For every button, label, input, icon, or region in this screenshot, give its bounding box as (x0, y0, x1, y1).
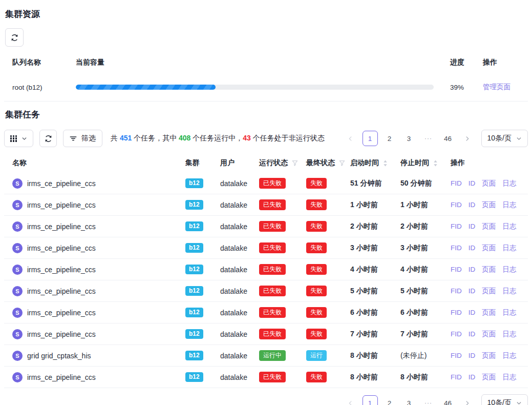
table-row: S irms_ce_pipeline_ccs b12 datalake 已失败 … (4, 367, 528, 388)
action-link-fid[interactable]: FID (451, 309, 462, 316)
col-header-stop-time[interactable]: 停止时间 (392, 153, 442, 173)
action-link-fid[interactable]: FID (451, 287, 462, 295)
avatar: S (12, 178, 23, 189)
pagination-next[interactable] (460, 131, 475, 146)
page-size-select[interactable]: 10条/页 (481, 130, 528, 147)
action-link-id[interactable]: ID (469, 244, 476, 252)
action-link-fid[interactable]: FID (451, 201, 462, 209)
filter-funnel-icon[interactable] (292, 160, 298, 166)
row-actions: FIDID页面日志 (442, 280, 528, 302)
action-link-id[interactable]: ID (469, 201, 476, 209)
action-link-页面[interactable]: 页面 (482, 201, 496, 209)
pagination-prev[interactable] (343, 131, 358, 146)
manage-page-link[interactable]: 管理页面 (483, 83, 510, 91)
pagination-page-2[interactable]: 2 (382, 131, 397, 146)
cluster-badge: b12 (185, 265, 203, 274)
task-summary: 共 451 个任务，其中 408 个任务运行中，43 个任务处于非运行状态 (111, 134, 325, 143)
action-link-页面[interactable]: 页面 (482, 373, 496, 381)
action-link-页面[interactable]: 页面 (482, 244, 496, 252)
action-link-id[interactable]: ID (469, 222, 476, 230)
final-status-badge: 失败 (306, 372, 327, 382)
action-link-日志[interactable]: 日志 (502, 287, 516, 295)
stop-time: 50 分钟前 (392, 173, 442, 194)
row-actions: FIDID页面日志 (442, 345, 528, 367)
page-size-select[interactable]: 10条/页 (481, 394, 528, 405)
action-link-页面[interactable]: 页面 (482, 330, 496, 338)
start-time: 8 小时前 (342, 367, 392, 388)
table-row: S irms_ce_pipeline_ccs b12 datalake 已失败 … (4, 216, 528, 237)
action-link-页面[interactable]: 页面 (482, 352, 496, 359)
final-status-badge: 失败 (306, 329, 327, 339)
table-row: S irms_ce_pipeline_ccs b12 datalake 已失败 … (4, 237, 528, 259)
action-link-id[interactable]: ID (469, 309, 476, 316)
action-link-id[interactable]: ID (469, 287, 476, 295)
filter-button[interactable]: 筛选 (63, 130, 102, 147)
col-header-final-status[interactable]: 最终状态 (298, 153, 342, 173)
action-link-页面[interactable]: 页面 (482, 266, 496, 273)
pagination-ellipsis[interactable]: ··· (421, 395, 436, 405)
action-link-fid[interactable]: FID (451, 266, 462, 273)
action-link-日志[interactable]: 日志 (502, 222, 516, 230)
final-status-badge: 失败 (306, 242, 327, 253)
sorter-icon[interactable] (383, 159, 388, 167)
action-link-页面[interactable]: 页面 (482, 179, 496, 187)
pagination-page-2[interactable]: 2 (382, 395, 397, 405)
final-status-badge: 失败 (306, 286, 327, 296)
action-link-日志[interactable]: 日志 (502, 179, 516, 187)
pagination-page-3[interactable]: 3 (401, 131, 417, 146)
action-link-id[interactable]: ID (469, 179, 476, 187)
filter-funnel-icon[interactable] (339, 160, 345, 166)
action-link-id[interactable]: ID (469, 373, 476, 381)
col-header-start-time[interactable]: 启动时间 (342, 153, 392, 173)
refresh-resources-button[interactable] (5, 28, 24, 47)
refresh-tasks-button[interactable] (39, 130, 57, 147)
user-cell: datalake (212, 237, 251, 259)
pagination-prev[interactable] (343, 395, 358, 405)
action-link-日志[interactable]: 日志 (502, 373, 516, 381)
pagination-ellipsis[interactable]: ··· (421, 131, 436, 146)
cluster-badge: b12 (185, 221, 203, 231)
task-name: irms_ce_pipeline_ccs (27, 309, 96, 317)
sorter-icon[interactable] (433, 159, 438, 167)
capacity-progress-fill (76, 85, 216, 90)
pagination-page-46[interactable]: 46 (440, 395, 456, 405)
action-link-fid[interactable]: FID (451, 222, 462, 230)
action-link-页面[interactable]: 页面 (482, 287, 496, 295)
action-link-页面[interactable]: 页面 (482, 309, 496, 316)
pagination: 123···46 (343, 131, 475, 146)
action-link-fid[interactable]: FID (451, 352, 462, 359)
column-settings-button[interactable] (4, 130, 33, 147)
col-header-run-status[interactable]: 运行状态 (251, 153, 298, 173)
action-link-日志[interactable]: 日志 (502, 266, 516, 273)
pagination-page-1[interactable]: 1 (363, 395, 378, 405)
avatar: S (12, 308, 23, 318)
action-link-id[interactable]: ID (469, 330, 476, 338)
action-link-日志[interactable]: 日志 (502, 309, 516, 316)
pagination-page-46[interactable]: 46 (440, 131, 456, 146)
action-link-日志[interactable]: 日志 (502, 244, 516, 252)
action-link-fid[interactable]: FID (451, 244, 462, 252)
action-link-fid[interactable]: FID (451, 330, 462, 338)
action-link-fid[interactable]: FID (451, 179, 462, 187)
action-link-id[interactable]: ID (469, 266, 476, 273)
start-time: 5 小时前 (342, 280, 392, 302)
cluster-badge: b12 (185, 372, 203, 382)
page-size-label: 10条/页 (487, 134, 512, 143)
pagination-page-3[interactable]: 3 (401, 395, 417, 405)
final-status-badge: 失败 (306, 199, 327, 210)
grid-icon (10, 135, 17, 142)
chevron-down-icon (516, 136, 522, 141)
queue-row: root (b12) 39% 管理页面 (4, 73, 528, 102)
task-name: irms_ce_pipeline_ccs (27, 373, 96, 381)
final-status-badge: 失败 (306, 178, 327, 189)
action-link-日志[interactable]: 日志 (502, 352, 516, 359)
action-link-id[interactable]: ID (469, 352, 476, 359)
pagination-next[interactable] (460, 395, 475, 405)
action-link-fid[interactable]: FID (451, 373, 462, 381)
pagination-page-1[interactable]: 1 (363, 131, 378, 146)
cluster-badge: b12 (185, 200, 203, 210)
action-link-日志[interactable]: 日志 (502, 330, 516, 338)
action-link-页面[interactable]: 页面 (482, 222, 496, 230)
stop-time: 5 小时前 (392, 280, 442, 302)
action-link-日志[interactable]: 日志 (502, 201, 516, 209)
